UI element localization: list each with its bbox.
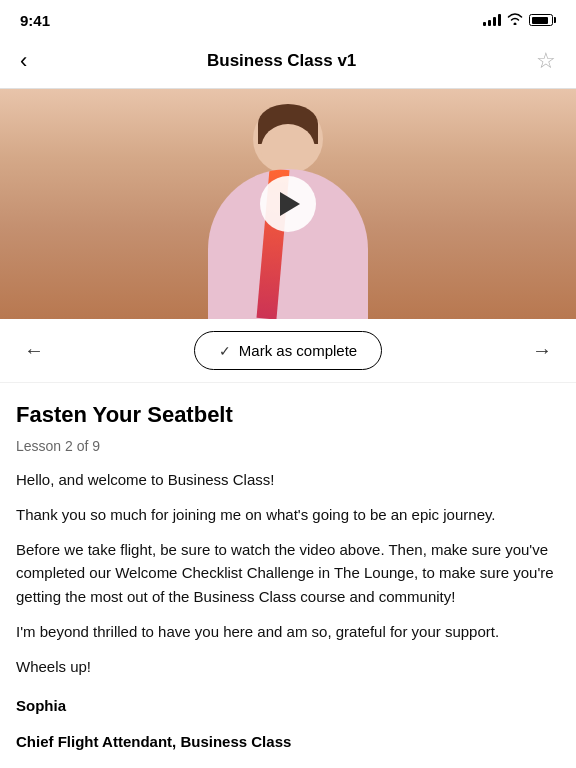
status-icons (483, 13, 556, 28)
check-icon: ✓ (219, 343, 231, 359)
mark-complete-button[interactable]: ✓ Mark as complete (194, 331, 382, 370)
lesson-navigation: ← ✓ Mark as complete → (0, 319, 576, 383)
status-bar: 9:41 (0, 0, 576, 36)
body-line1: Hello, and welcome to Business Class! (16, 468, 560, 491)
lesson-title: Fasten Your Seatbelt (16, 401, 560, 430)
status-time: 9:41 (20, 12, 50, 29)
back-button[interactable]: ‹ (16, 46, 31, 76)
wifi-icon (507, 13, 523, 28)
bookmark-button[interactable]: ☆ (532, 44, 560, 78)
battery-icon (529, 14, 556, 26)
navigation-header: ‹ Business Class v1 ☆ (0, 36, 576, 89)
lesson-body: Hello, and welcome to Business Class! Th… (16, 468, 560, 754)
body-line5: Wheels up! (16, 655, 560, 678)
play-button[interactable] (260, 176, 316, 232)
body-line4: I'm beyond thrilled to have you here and… (16, 620, 560, 643)
body-line2: Thank you so much for joining me on what… (16, 503, 560, 526)
lesson-content: Fasten Your Seatbelt Lesson 2 of 9 Hello… (0, 383, 576, 768)
prev-lesson-button[interactable]: ← (16, 335, 52, 366)
signal-icon (483, 14, 501, 26)
lesson-meta: Lesson 2 of 9 (16, 438, 560, 454)
mark-complete-label: Mark as complete (239, 342, 357, 359)
next-lesson-button[interactable]: → (524, 335, 560, 366)
header-title: Business Class v1 (31, 51, 532, 71)
author-name: Sophia (16, 694, 560, 718)
body-line3: Before we take flight, be sure to watch … (16, 538, 560, 608)
play-icon (280, 192, 300, 216)
author-title: Chief Flight Attendant, Business Class (16, 730, 560, 753)
video-thumbnail[interactable] (0, 89, 576, 319)
